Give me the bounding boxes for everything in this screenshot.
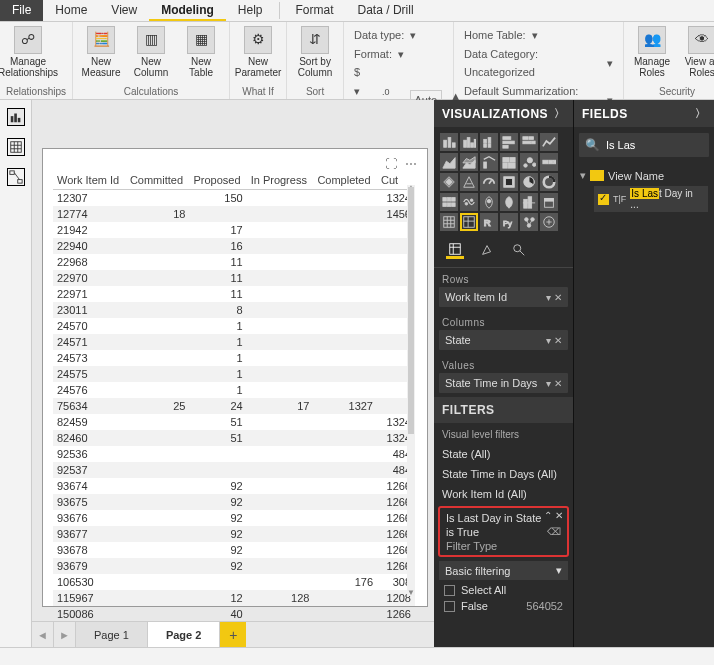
visualizations-header[interactable]: VISUALIZATIONS〉 [434,100,573,127]
viz-type-27[interactable]: Py [500,213,518,231]
vertical-scrollbar[interactable]: ▲ ▼ [407,185,415,596]
table-row[interactable]: 93679921266 [53,558,415,574]
tab-view[interactable]: View [99,0,149,21]
viz-type-9[interactable] [500,153,518,171]
filter-work-item-id[interactable]: Work Item Id (All) [434,484,573,504]
new-measure-button[interactable]: 🧮New Measure [79,26,123,78]
visual-menu-icon[interactable]: ⋯ [405,157,417,171]
viz-type-28[interactable] [520,213,538,231]
tab-data-drill[interactable]: Data / Drill [346,0,426,21]
viz-type-12[interactable] [440,173,458,191]
chevron-down-icon[interactable]: ▾ [546,378,551,389]
new-column-button[interactable]: ▥New Column [129,26,173,78]
model-view-button[interactable] [7,168,25,186]
collapse-icon[interactable]: ⌃ [544,510,552,521]
table-row[interactable]: 245711 [53,334,415,350]
table-row[interactable]: 150086401266 [53,606,415,622]
viz-type-25[interactable] [460,213,478,231]
new-table-button[interactable]: ▦New Table [179,26,223,78]
remove-filter-icon[interactable]: ✕ [555,510,563,521]
table-row[interactable]: 2294016 [53,238,415,254]
table-row[interactable]: 93676921266 [53,510,415,526]
viz-type-8[interactable] [480,153,498,171]
filter-state[interactable]: State (All) [434,444,573,464]
manage-relationships-button[interactable]: ☍Manage Relationships [6,26,50,78]
table-row[interactable]: 2296811 [53,254,415,270]
viz-type-10[interactable] [520,153,538,171]
data-type-dropdown[interactable]: ▾ [410,26,416,45]
viz-type-26[interactable]: R [480,213,498,231]
viz-type-14[interactable] [480,173,498,191]
table-row[interactable]: 92536484 [53,446,415,462]
viz-type-24[interactable] [440,213,458,231]
select-all-option[interactable]: Select All [434,582,573,598]
table-row[interactable]: 2194217 [53,222,415,238]
columns-well[interactable]: State▾✕ [439,330,568,350]
report-view-button[interactable] [7,108,25,126]
tab-home[interactable]: Home [43,0,99,21]
rows-well[interactable]: Work Item Id▾✕ [439,287,568,307]
viz-type-2[interactable] [480,133,498,151]
home-table-dropdown[interactable]: ▾ [532,26,538,45]
viz-type-20[interactable] [480,193,498,211]
format-dropdown[interactable]: ▾ [398,45,404,64]
false-option[interactable]: False564052 [434,598,573,614]
matrix-visual[interactable]: ⛶ ⋯ Work Item IdCommittedProposedIn Prog… [53,159,415,596]
clear-filter-icon[interactable]: ⌫ [547,526,561,537]
table-row[interactable]: 245761 [53,382,415,398]
field-is-last-day[interactable]: T|F Is Last Day in ... [594,186,708,212]
view-as-roles-button[interactable]: 👁View as Roles [680,26,714,78]
table-row[interactable]: 93674921266 [53,478,415,494]
sort-by-column-button[interactable]: ⇵Sort by Column [293,26,337,78]
remove-icon[interactable]: ✕ [554,335,562,346]
table-row[interactable]: 93677921266 [53,526,415,542]
table-row[interactable]: 92537484 [53,462,415,478]
format-tab[interactable] [478,241,496,259]
table-node[interactable]: ▾View Name [580,167,708,184]
viz-type-21[interactable] [500,193,518,211]
table-row[interactable]: 756342524171327 [53,398,415,414]
table-row[interactable]: 93678921266 [53,542,415,558]
table-row[interactable]: 82459511324 [53,414,415,430]
viz-type-0[interactable] [440,133,458,151]
page-prev-button[interactable]: ◄ [32,622,54,647]
viz-type-22[interactable] [520,193,538,211]
column-header[interactable]: In Progress [247,171,314,190]
viz-type-18[interactable] [440,193,458,211]
focus-mode-icon[interactable]: ⛶ [385,157,397,171]
table-row[interactable]: 93675921266 [53,494,415,510]
remove-icon[interactable]: ✕ [554,292,562,303]
chevron-down-icon[interactable]: ▾ [546,335,551,346]
viz-type-13[interactable] [460,173,478,191]
viz-type-15[interactable] [500,173,518,191]
table-row[interactable]: 2297011 [53,270,415,286]
viz-type-7[interactable] [460,153,478,171]
viz-type-16[interactable] [520,173,538,191]
page-next-button[interactable]: ► [54,622,76,647]
table-row[interactable]: 12774181456 [53,206,415,222]
column-header[interactable]: Completed [313,171,377,190]
new-parameter-button[interactable]: ⚙New Parameter [236,26,280,78]
table-row[interactable]: 115967121281208 [53,590,415,606]
filter-state-time[interactable]: State Time in Days (All) [434,464,573,484]
table-row[interactable]: 123071501324 [53,190,415,207]
table-row[interactable]: 245751 [53,366,415,382]
fields-tab[interactable] [446,241,464,259]
chevron-down-icon[interactable]: ▾ [546,292,551,303]
search-input[interactable] [606,139,703,151]
viz-type-29[interactable] [540,213,558,231]
page-tab-2[interactable]: Page 2 [148,622,220,647]
table-row[interactable]: 2297111 [53,286,415,302]
table-row[interactable]: 245701 [53,318,415,334]
table-row[interactable]: 106530176308 [53,574,415,590]
report-canvas[interactable]: ⛶ ⋯ Work Item IdCommittedProposedIn Prog… [32,100,434,647]
data-view-button[interactable] [7,138,25,156]
remove-icon[interactable]: ✕ [554,378,562,389]
viz-type-19[interactable] [460,193,478,211]
viz-type-23[interactable] [540,193,558,211]
table-row[interactable]: 82460511324 [53,430,415,446]
fields-search[interactable]: 🔍 [579,133,709,157]
viz-type-5[interactable] [540,133,558,151]
column-header[interactable]: Proposed [189,171,246,190]
analytics-tab[interactable] [510,241,528,259]
